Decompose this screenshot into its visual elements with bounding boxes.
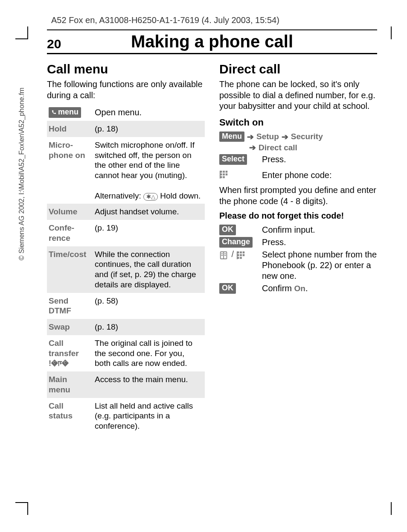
svg-rect-2 [226,171,228,173]
svg-rect-21 [240,257,242,259]
switch-on-heading: Switch on [219,117,377,128]
running-header: A52 Fox en, A31008-H6250-A1-1-7619 (4. J… [47,13,377,30]
phonebook-icon [219,251,229,260]
call-menu-heading: Call menu [47,62,205,76]
svg-rect-15 [240,251,242,254]
phone-icon [51,110,56,115]
select-number-text: Select phone number from the Phonebook (… [262,249,377,281]
table-row: VolumeAdjust handset volume. [47,204,205,220]
select-press-text: Press. [262,154,377,165]
ok-softkey: OK [219,225,236,235]
warning-text: Please do not forget this code! [219,210,377,222]
confirm-input-text: Confirm input. [262,225,377,235]
svg-rect-16 [243,251,245,254]
table-row: Call transfer �ग�! The original call is … [47,335,205,371]
table-row: Main menuAccess to the main menu. [47,371,205,398]
direct-call-intro: The phone can be locked, so it's only po… [219,79,377,112]
ok-softkey: OK [219,283,236,294]
enter-code-text: Enter phone code: [262,170,377,181]
arrow-icon: ➔ [247,132,254,142]
page-number: 20 [47,37,73,51]
call-menu-table: menu Open menu. Hold(p. 18) Micro­phone … [47,104,205,434]
keypad-icon [236,251,246,260]
copyright-text: © Siemens AG 2002, I:\Mobil\A52_Fox\en\A… [18,88,26,260]
menu-softkey: Menu [219,132,244,142]
select-softkey: Select [219,154,247,165]
open-menu-text: Open menu. [95,108,142,117]
table-row: Time/costWhile the connection continues,… [47,246,205,293]
direct-call-heading: Direct call [219,62,377,76]
arrow-icon: ➔ [282,132,288,142]
table-row: Confe­rence(p. 19) [47,220,205,246]
menu-path: Menu ➔ Setup ➔ Security ➔ Direct call [219,132,377,153]
confirm-on-text: Confirm On. [262,283,377,294]
arrow-icon: ➔ [249,143,256,152]
svg-rect-19 [243,254,245,256]
table-row: Micro­phone on Switch microphone on/off.… [47,137,205,204]
provider-icon: �ग�! [49,359,69,368]
table-row: Hold(p. 18) [47,121,205,137]
svg-rect-7 [223,176,225,178]
change-press-text: Press. [262,237,377,248]
keypad-icon [219,170,229,179]
svg-rect-1 [223,171,225,173]
call-menu-intro: The following functions are only availab… [47,79,205,101]
svg-rect-5 [226,174,228,176]
page-title: Making a phone call [73,32,352,51]
svg-rect-4 [223,174,225,176]
star-key-icon: ✱△ [143,193,158,201]
svg-rect-18 [240,254,242,256]
change-softkey: Change [219,237,253,248]
table-row: Swap(p. 18) [47,319,205,335]
prompt-text: When first prompted you define and enter… [219,185,377,207]
table-row: Call statusList all held and active call… [47,398,205,434]
table-row: Send DTMF(p. 58) [47,293,205,319]
menu-softkey: menu [49,107,81,118]
